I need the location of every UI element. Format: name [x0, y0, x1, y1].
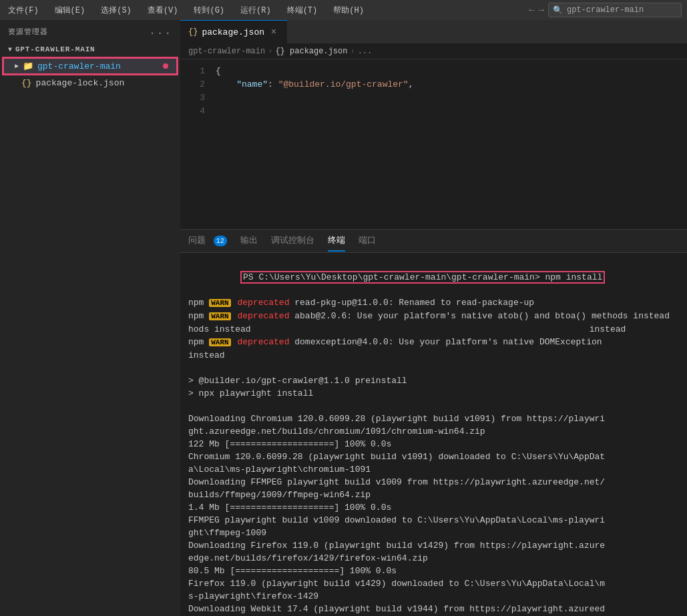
terminal-blank-2 — [188, 400, 679, 412]
search-text: gpt-crawler-main — [567, 5, 644, 15]
panel-tabs: 问题 12 输出 调试控制台 终端 端口 — [180, 230, 687, 253]
sidebar-item-label-lock: package-lock.json — [36, 78, 125, 88]
terminal-chromium-dl: Downloading Chromium 120.0.6099.28 (play… — [188, 412, 679, 438]
tab-problems-label: 问题 — [188, 236, 206, 246]
menu-edit[interactable]: 编辑(E) — [52, 3, 88, 17]
titlebar-nav: ← → 🔍 gpt-crawler-main — [529, 3, 682, 17]
main-container: 资源管理器 ... ▼ GPT-CRAWLER-MAIN ► 📁 gpt-cra… — [0, 20, 687, 616]
menu-file[interactable]: 文件(F) — [5, 3, 41, 17]
panel-tab-terminal[interactable]: 终端 — [328, 230, 345, 252]
terminal-warn-1: npm WARN deprecated read-pkg-up@11.0.0: … — [188, 296, 679, 310]
back-icon[interactable]: ← — [529, 5, 534, 15]
terminal-ffmpeg-progress: 1.4 Mb [====================] 100% 0.0s — [188, 501, 679, 514]
terminal[interactable]: PS C:\Users\Yu\Desktop\gpt-crawler-main\… — [180, 253, 687, 616]
sidebar: 资源管理器 ... ▼ GPT-CRAWLER-MAIN ► 📁 gpt-cra… — [0, 20, 180, 616]
panel-tab-problems[interactable]: 问题 12 — [188, 230, 227, 252]
tab-label: package.json — [202, 27, 264, 37]
terminal-firefox-dl: Downloading Firefox 119.0 (playwright bu… — [188, 539, 679, 565]
menu-select[interactable]: 选择(S) — [98, 3, 134, 17]
menu-help[interactable]: 帮助(H) — [330, 3, 367, 17]
terminal-firefox-progress: 80.5 Mb [====================] 100% 0.0s — [188, 565, 679, 577]
terminal-npx: > npx playwright install — [188, 387, 679, 400]
tab-close-button[interactable]: × — [268, 27, 279, 37]
sidebar-item-gpt-crawler-main[interactable]: ► 📁 gpt-crawler-main — [3, 57, 178, 75]
section-label: GPT-CRAWLER-MAIN — [15, 45, 95, 53]
panel-area: 问题 12 输出 调试控制台 终端 端口 — [180, 229, 687, 616]
code-editor: 1 2 3 4 { "name": "@builder.io/gpt-crawl… — [180, 59, 687, 229]
line-num-2: 2 — [180, 78, 205, 91]
search-icon: 🔍 — [553, 5, 563, 15]
code-line-1: { — [216, 65, 682, 78]
line-numbers: 1 2 3 4 — [180, 59, 210, 229]
sidebar-section: ▼ GPT-CRAWLER-MAIN — [0, 43, 180, 56]
breadcrumb-part-1: {} package.json — [275, 47, 347, 56]
breadcrumb-part-2: ... — [358, 47, 373, 56]
collapse-icon[interactable]: ▼ — [8, 46, 13, 53]
titlebar-menus: 文件(F) 编辑(E) 选择(S) 查看(V) 转到(G) 运行(R) 终端(T… — [5, 3, 367, 17]
panel-tab-debug[interactable]: 调试控制台 — [271, 230, 314, 252]
line-num-1: 1 — [180, 65, 205, 78]
tab-bar: {} package.json × — [180, 20, 687, 43]
sidebar-dots[interactable]: ... — [149, 25, 172, 37]
terminal-chromium-done: Chromium 120.0.6099.28 (playwright build… — [188, 450, 679, 476]
line-num-4: 4 — [180, 105, 205, 118]
code-line-2: "name": "@builder.io/gpt-crawler", — [216, 78, 682, 91]
tab-ports-label: 端口 — [359, 236, 376, 246]
terminal-firefox-done: Firefox 119.0 (playwright build v1429) d… — [188, 577, 679, 603]
arrow-right-icon: ► — [15, 63, 19, 70]
terminal-webkit-dl: Downloading Webkit 17.4 (playwright buil… — [188, 603, 679, 616]
terminal-ffmpeg-done: FFMPEG playwright build v1009 downloaded… — [188, 514, 679, 539]
sidebar-title: 资源管理器 — [8, 27, 49, 37]
terminal-warn-2: npm WARN deprecated abab@2.0.6: Use your… — [188, 310, 679, 336]
breadcrumb-part-0: gpt-crawler-main — [188, 47, 265, 56]
terminal-chromium-progress: 122 Mb [====================] 100% 0.0s — [188, 438, 679, 450]
dot-badge — [163, 63, 168, 69]
tab-package-json[interactable]: {} package.json × — [180, 20, 287, 43]
tab-output-label: 输出 — [240, 236, 258, 246]
json-icon: {} — [21, 78, 32, 88]
titlebar: 文件(F) 编辑(E) 选择(S) 查看(V) 转到(G) 运行(R) 终端(T… — [0, 0, 687, 20]
terminal-warn-3: npm WARN deprecated domexception@4.0.0: … — [188, 336, 679, 362]
sidebar-item-package-lock[interactable]: {} package-lock.json — [0, 76, 180, 90]
breadcrumb-sep-1: › — [350, 47, 355, 56]
terminal-ffmpeg-dl: Downloading FFMPEG playwright build v100… — [188, 476, 679, 501]
tab-debug-label: 调试控制台 — [271, 236, 314, 246]
menu-terminal[interactable]: 终端(T) — [284, 3, 320, 17]
problems-badge: 12 — [214, 236, 227, 246]
search-box[interactable]: 🔍 gpt-crawler-main — [548, 3, 682, 17]
sidebar-item-label: gpt-crawler-main — [37, 61, 121, 71]
terminal-blank-1 — [188, 362, 679, 374]
breadcrumb-sep-0: › — [268, 47, 272, 56]
terminal-preinstall: > @builder.io/gpt-crawler@1.1.0 preinsta… — [188, 374, 679, 387]
panel-tab-ports[interactable]: 端口 — [359, 230, 376, 252]
line-num-3: 3 — [180, 91, 205, 105]
folder-icon: 📁 — [23, 61, 33, 71]
sidebar-header: 资源管理器 ... — [0, 20, 180, 43]
tab-json-icon: {} — [188, 27, 198, 37]
panel-tab-output[interactable]: 输出 — [240, 230, 258, 252]
menu-view[interactable]: 查看(V) — [145, 3, 181, 17]
ps-command-box: PS C:\Users\Yu\Desktop\gpt-crawler-main\… — [240, 271, 605, 284]
tab-terminal-label: 终端 — [328, 236, 345, 246]
breadcrumb: gpt-crawler-main › {} package.json › ... — [180, 43, 687, 59]
terminal-ps-command: PS C:\Users\Yu\Desktop\gpt-crawler-main\… — [188, 258, 679, 296]
menu-goto[interactable]: 转到(G) — [191, 3, 227, 17]
forward-icon[interactable]: → — [539, 5, 544, 15]
code-content[interactable]: { "name": "@builder.io/gpt-crawler", — [210, 59, 687, 229]
menu-run[interactable]: 运行(R) — [238, 3, 274, 17]
editor-area: {} package.json × gpt-crawler-main › {} … — [180, 20, 687, 616]
